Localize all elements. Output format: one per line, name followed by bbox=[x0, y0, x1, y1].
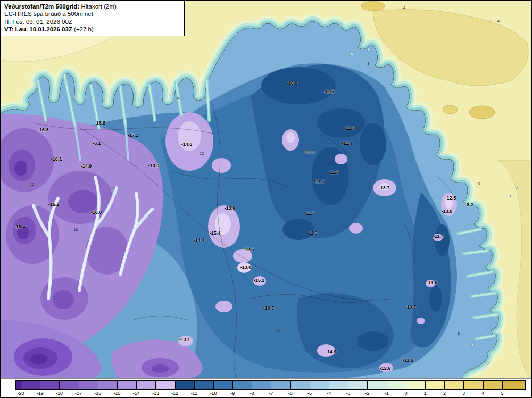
colorbar-tick: -12 bbox=[171, 391, 178, 396]
colorbar-tick: -2 bbox=[365, 391, 370, 396]
colorbar-cell bbox=[464, 381, 483, 389]
colorbar-tick: -19 bbox=[37, 391, 44, 396]
map-title: Veðurstofan/T2m 500grid: Hitakort (2m) bbox=[4, 3, 179, 10]
colorbar-cell bbox=[484, 381, 503, 389]
colorbar-cell bbox=[195, 381, 214, 389]
colorbar-tick: 1 bbox=[424, 391, 427, 396]
temp-label: -11.6 bbox=[403, 358, 413, 363]
colorbar-tick: -14 bbox=[133, 391, 140, 396]
temp-label: -12.5 bbox=[445, 195, 456, 201]
colorbar-tick-labels: -20-19-18-17-16-15-14-13-12-11-10-9-8-7-… bbox=[1, 391, 532, 398]
temp-label: -14.9 bbox=[326, 349, 337, 354]
temp-label: -11.7 bbox=[304, 211, 315, 216]
colorbar-tick: -4 bbox=[327, 391, 331, 396]
temp-label: -14.4 bbox=[194, 237, 205, 243]
temp-label: -16.8 bbox=[95, 120, 106, 126]
temp-label: -11.3 bbox=[307, 230, 318, 236]
colorbar-cell bbox=[271, 381, 290, 389]
temp-label: -6.1 bbox=[93, 140, 101, 146]
temp-label: -15.4 bbox=[210, 230, 221, 236]
temp-label: -10.0 bbox=[148, 163, 160, 168]
contour-label: -4 bbox=[402, 6, 405, 10]
colorbar-tick: -8 bbox=[250, 391, 254, 396]
temp-label: -16.1 bbox=[51, 156, 62, 162]
colorbar-cell bbox=[214, 381, 233, 389]
colorbar-cell bbox=[426, 381, 445, 389]
map-subtitle: EC-HRES spá brúuð á 500m net bbox=[4, 10, 179, 18]
colorbar-cell bbox=[310, 381, 329, 389]
colorbar-cell bbox=[79, 381, 98, 389]
map-title-type: Hitakort (2m) bbox=[79, 3, 117, 10]
colorbar-tick: 5 bbox=[501, 391, 503, 396]
colorbar-cell bbox=[329, 381, 348, 389]
temp-label: -10.7 bbox=[405, 304, 417, 310]
contour-label: -16 bbox=[72, 228, 78, 231]
temp-label: -11.5 bbox=[323, 89, 334, 94]
colorbar-tick: -15 bbox=[113, 391, 120, 396]
contour-label: -4 bbox=[176, 96, 179, 100]
colorbar-cell bbox=[348, 381, 368, 389]
contour-label: -12 bbox=[275, 329, 280, 333]
forecast-header-box: Veðurstofan/T2m 500grid: Hitakort (2m) E… bbox=[1, 1, 185, 36]
colorbar-tick: -7 bbox=[269, 391, 273, 396]
colorbar-tick: -17 bbox=[75, 391, 82, 396]
temp-label: -18.4 bbox=[14, 224, 26, 229]
contour-label: 0 bbox=[478, 181, 480, 185]
temp-label: -12.6 bbox=[380, 366, 391, 371]
temp-label: -11.4 bbox=[342, 140, 352, 146]
temp-label: -11.6 bbox=[328, 170, 339, 175]
colorbar-tick: 0 bbox=[404, 391, 407, 396]
legend-strip: -20-19-18-17-16-15-14-13-12-11-10-9-8-7-… bbox=[1, 378, 532, 398]
colorbar-tick: -20 bbox=[17, 391, 24, 396]
colorbar-tick: -18 bbox=[56, 391, 63, 396]
temp-label: -13.0 bbox=[240, 264, 252, 270]
colorbar-tick: -11 bbox=[191, 391, 197, 396]
temperature-colorbar bbox=[15, 380, 526, 390]
colorbar-cell bbox=[445, 381, 464, 389]
colorbar-tick: -5 bbox=[307, 391, 312, 396]
temp-label: -15.1 bbox=[254, 278, 265, 283]
temp-label: -10.7 bbox=[263, 305, 275, 311]
colorbar-cell bbox=[291, 381, 310, 389]
temp-label: -16.0 bbox=[91, 210, 102, 215]
colorbar-tick: 2 bbox=[443, 391, 446, 396]
colorbar-cell bbox=[118, 381, 137, 389]
colorbar-cell bbox=[233, 381, 252, 389]
temp-label: -11.5 bbox=[427, 280, 437, 285]
colorbar-tick: -16 bbox=[94, 391, 101, 396]
temp-label: -13.1 bbox=[179, 337, 190, 342]
colorbar-tick: 4 bbox=[481, 391, 484, 396]
contour-label: 2 bbox=[516, 186, 518, 190]
colorbar-tick: -13 bbox=[152, 391, 159, 396]
temp-label: -16.3 bbox=[38, 127, 49, 132]
colorbar-cell bbox=[176, 381, 195, 389]
colorbar-cell bbox=[40, 381, 60, 389]
contour-label: 1 bbox=[509, 194, 511, 198]
colorbar-cell bbox=[387, 381, 406, 389]
temp-label: -11.8 bbox=[344, 126, 355, 131]
colorbar-cell bbox=[406, 381, 426, 389]
colorbar-cell bbox=[252, 381, 271, 389]
colorbar-tick: -6 bbox=[288, 391, 293, 396]
colorbar-cell bbox=[137, 381, 156, 389]
contour-label: -8 bbox=[366, 62, 369, 65]
colorbar-tick: 3 bbox=[462, 391, 465, 396]
map-title-product: Veðurstofan/T2m 500grid: bbox=[4, 3, 79, 10]
valid-time-offset: (+27 h) bbox=[72, 26, 94, 32]
temp-label: -17.1 bbox=[128, 132, 139, 138]
colorbar-cell bbox=[368, 381, 387, 389]
temp-label: -8.2 bbox=[465, 202, 473, 208]
contour-label: -8 bbox=[456, 331, 460, 335]
contour-label: 4 bbox=[497, 19, 500, 23]
weather-map-screenshot: -10.9-11.5-16.8-16.3-17.1-6.1-14.8-11.8-… bbox=[0, 0, 532, 398]
valid-time-main: VT: Lau. 10.01.2026 03Z bbox=[4, 26, 72, 32]
contour-label: -8 bbox=[123, 83, 126, 87]
init-time: IT: Fös. 09. 01. 2026 00Z bbox=[4, 18, 179, 26]
temp-label: -11.4 bbox=[433, 234, 444, 239]
temp-label: -10.9 bbox=[287, 80, 298, 86]
temp-label: -16.2 bbox=[48, 202, 60, 207]
contour-label: -16 bbox=[29, 183, 34, 186]
temp-label: -13.0 bbox=[442, 209, 453, 214]
colorbar-cell bbox=[60, 381, 79, 389]
colorbar-tick: -3 bbox=[346, 391, 350, 396]
